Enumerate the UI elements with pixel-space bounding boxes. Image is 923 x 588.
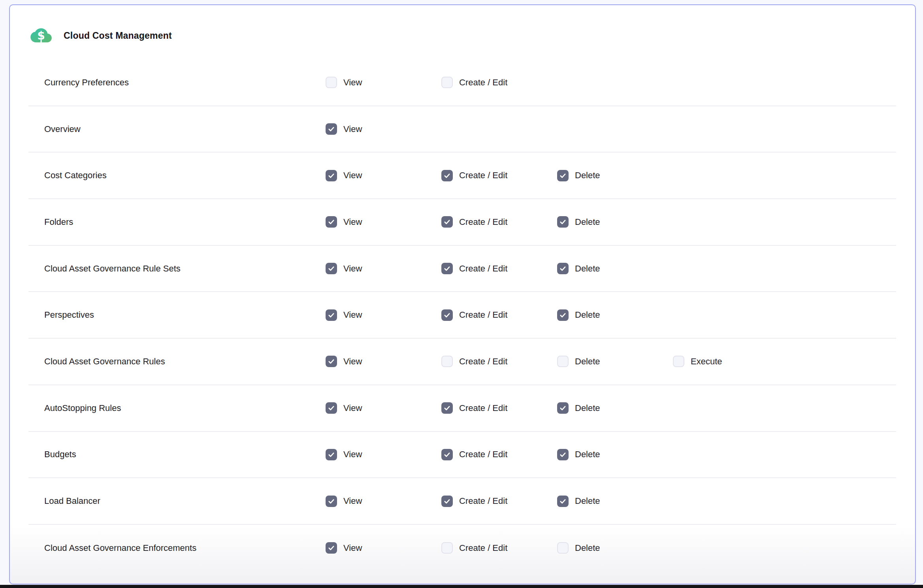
resource-name: Cost Categories: [44, 170, 326, 181]
checked-checkbox-icon[interactable]: [326, 449, 337, 460]
unchecked-checkbox-icon[interactable]: [441, 77, 453, 88]
resource-name: Currency Preferences: [44, 77, 326, 88]
checkbox-cell-create-edit[interactable]: Create / Edit: [441, 449, 557, 460]
checkbox-cell-view[interactable]: View: [326, 170, 441, 181]
permission-row: Cloud Asset Governance Rule Sets View Cr…: [28, 246, 896, 292]
checked-checkbox-icon[interactable]: [326, 402, 337, 414]
permission-row: Overview View: [28, 106, 896, 153]
permission-row: Cloud Asset Governance Rules View Create…: [28, 339, 896, 385]
resource-name: AutoStopping Rules: [44, 403, 326, 413]
checkbox-cell-delete[interactable]: Delete: [557, 309, 673, 321]
checkbox-cell-create-edit[interactable]: Create / Edit: [441, 542, 557, 554]
permission-label: Delete: [575, 217, 600, 227]
checked-checkbox-icon[interactable]: [326, 170, 337, 181]
permission-label: Create / Edit: [459, 217, 507, 227]
checkbox-cell-delete[interactable]: Delete: [557, 496, 673, 507]
checkbox-cell-create-edit[interactable]: Create / Edit: [441, 77, 557, 88]
checkbox-cell-view[interactable]: View: [326, 263, 441, 274]
checkbox-cell-delete[interactable]: Delete: [557, 542, 673, 554]
checkbox-cell-view[interactable]: View: [326, 542, 441, 554]
permission-label: View: [343, 496, 362, 506]
permission-label: Create / Edit: [459, 310, 507, 320]
permission-label: View: [343, 543, 362, 553]
permission-row: AutoStopping Rules View Create / Edit De…: [28, 385, 896, 432]
checkbox-cell-view[interactable]: View: [326, 77, 441, 88]
unchecked-checkbox-icon[interactable]: [673, 356, 684, 367]
permission-label: View: [343, 356, 362, 367]
checkbox-cell-create-edit[interactable]: Create / Edit: [441, 170, 557, 181]
checkbox-cell-create-edit[interactable]: Create / Edit: [441, 496, 557, 507]
svg-text:$: $: [37, 29, 45, 42]
permission-label: View: [343, 217, 362, 227]
checked-checkbox-icon[interactable]: [441, 309, 453, 321]
permissions-table: Currency Preferences View Create / Edit …: [28, 60, 896, 571]
checked-checkbox-icon[interactable]: [557, 449, 569, 460]
resource-name: Folders: [44, 217, 326, 227]
checkbox-cell-delete[interactable]: Delete: [557, 263, 673, 274]
permission-row: Folders View Create / Edit Delete: [28, 199, 896, 246]
checked-checkbox-icon[interactable]: [441, 402, 453, 414]
checked-checkbox-icon[interactable]: [326, 123, 337, 135]
checked-checkbox-icon[interactable]: [557, 309, 569, 321]
permission-label: Create / Edit: [459, 356, 507, 367]
checked-checkbox-icon[interactable]: [326, 263, 337, 274]
checkbox-cell-view[interactable]: View: [326, 309, 441, 321]
checked-checkbox-icon[interactable]: [441, 449, 453, 460]
unchecked-checkbox-icon[interactable]: [557, 542, 569, 554]
checked-checkbox-icon[interactable]: [557, 263, 569, 274]
checkbox-cell-view[interactable]: View: [326, 123, 441, 135]
module-header: $ Cloud Cost Management: [10, 5, 915, 60]
permission-label: Delete: [575, 170, 600, 181]
checked-checkbox-icon[interactable]: [557, 216, 569, 228]
permission-label: Execute: [691, 356, 722, 367]
resource-name: Cloud Asset Governance Enforcements: [44, 543, 326, 553]
checkbox-cell-delete[interactable]: Delete: [557, 356, 673, 367]
checked-checkbox-icon[interactable]: [326, 542, 337, 554]
checked-checkbox-icon[interactable]: [326, 309, 337, 321]
checkbox-cell-view[interactable]: View: [326, 402, 441, 414]
checked-checkbox-icon[interactable]: [441, 216, 453, 228]
permission-label: Create / Edit: [459, 496, 507, 506]
checked-checkbox-icon[interactable]: [326, 356, 337, 367]
checked-checkbox-icon[interactable]: [441, 496, 453, 507]
checkbox-cell-create-edit[interactable]: Create / Edit: [441, 402, 557, 414]
permission-label: Delete: [575, 403, 600, 413]
permission-label: Create / Edit: [459, 543, 507, 553]
bottom-cutoff-strip: [0, 585, 923, 588]
checkbox-cell-create-edit[interactable]: Create / Edit: [441, 263, 557, 274]
permission-label: Create / Edit: [459, 449, 507, 460]
permission-label: Create / Edit: [459, 264, 507, 274]
checkbox-cell-create-edit[interactable]: Create / Edit: [441, 216, 557, 228]
checked-checkbox-icon[interactable]: [557, 402, 569, 414]
checkbox-cell-execute[interactable]: Execute: [673, 356, 896, 367]
checkbox-cell-create-edit[interactable]: Create / Edit: [441, 309, 557, 321]
checkbox-cell-create-edit[interactable]: Create / Edit: [441, 356, 557, 367]
checked-checkbox-icon[interactable]: [326, 216, 337, 228]
permission-label: View: [343, 310, 362, 320]
permission-label: Delete: [575, 449, 600, 460]
checkbox-cell-view[interactable]: View: [326, 496, 441, 507]
unchecked-checkbox-icon[interactable]: [441, 356, 453, 367]
checked-checkbox-icon[interactable]: [441, 170, 453, 181]
permission-row: Load Balancer View Create / Edit Delete: [28, 478, 896, 525]
checkbox-cell-delete[interactable]: Delete: [557, 402, 673, 414]
checked-checkbox-icon[interactable]: [557, 170, 569, 181]
checkbox-cell-delete[interactable]: Delete: [557, 449, 673, 460]
cloud-cost-management-icon: $: [30, 26, 52, 45]
unchecked-checkbox-icon[interactable]: [557, 356, 569, 367]
permission-row: Perspectives View Create / Edit Delete: [28, 292, 896, 339]
permission-label: View: [343, 124, 362, 134]
checkbox-cell-view[interactable]: View: [326, 356, 441, 367]
checked-checkbox-icon[interactable]: [326, 496, 337, 507]
unchecked-checkbox-icon[interactable]: [441, 542, 453, 554]
checked-checkbox-icon[interactable]: [557, 496, 569, 507]
checked-checkbox-icon[interactable]: [441, 263, 453, 274]
unchecked-checkbox-icon[interactable]: [326, 77, 337, 88]
resource-name: Budgets: [44, 449, 326, 460]
checkbox-cell-view[interactable]: View: [326, 216, 441, 228]
checkbox-cell-view[interactable]: View: [326, 449, 441, 460]
checkbox-cell-delete[interactable]: Delete: [557, 170, 673, 181]
permission-label: Delete: [575, 356, 600, 367]
permission-row: Budgets View Create / Edit Delete: [28, 432, 896, 479]
checkbox-cell-delete[interactable]: Delete: [557, 216, 673, 228]
